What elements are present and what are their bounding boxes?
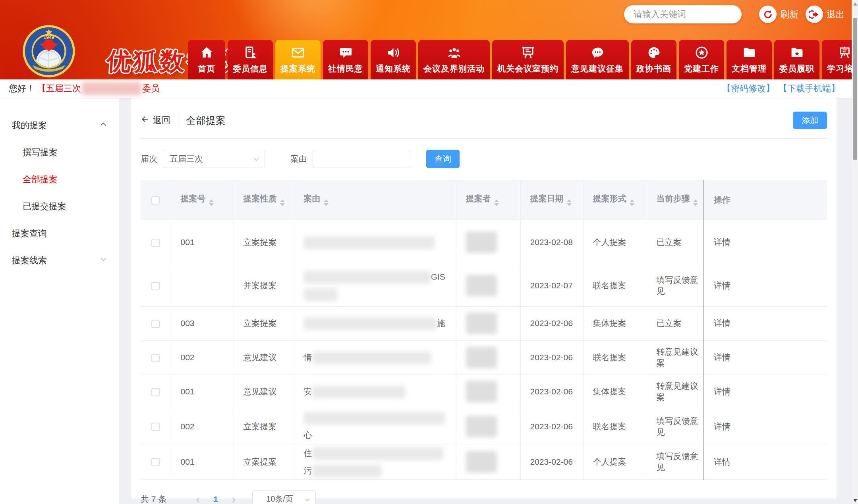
subject-input[interactable]	[313, 150, 410, 168]
nav-item[interactable]: 意见建议征集	[566, 40, 629, 79]
cell-form: 联名提案	[583, 340, 647, 375]
change-password-link[interactable]: 【密码修改】	[722, 83, 775, 95]
table-row: 003 立案提案 施 2023-02-06 集体提案 已立案 详情	[141, 306, 827, 340]
cell-current-step: 已立案	[647, 220, 704, 265]
redacted-subject-text	[304, 236, 435, 249]
detail-link[interactable]: 详情	[714, 422, 730, 431]
detail-link[interactable]: 详情	[714, 238, 730, 247]
nav-item[interactable]: 提案系统	[275, 40, 321, 79]
cell-form: 个人提案	[583, 220, 647, 265]
nav-item[interactable]: 党建工作	[679, 40, 724, 79]
training-icon	[837, 45, 852, 60]
table-row: 002 意见建议 情 2023-02-06 联名提案 转意见建议案 详情	[141, 340, 827, 375]
nav-item[interactable]: 文档管理	[727, 40, 772, 79]
sidebar-item[interactable]: 已提交提案	[0, 193, 119, 220]
page-root: 1949 优狐数智政协 刷新 退出 首页 委员信息 提案系统 社情民意 通知系统	[0, 0, 858, 504]
column-header-subject[interactable]: 案由	[294, 180, 456, 220]
sort-carets-icon[interactable]	[630, 199, 634, 206]
page-scrollbar[interactable]	[852, 0, 858, 504]
sort-carets-icon[interactable]	[494, 199, 499, 206]
nav-label: 会议及界别活动	[423, 63, 485, 74]
table-row: 002 立案提案 心 2023-02-06 联名提案 填写反馈意见 详情	[141, 409, 827, 444]
nav-label: 政协书画	[636, 63, 671, 74]
next-page-button[interactable]: ›	[232, 493, 236, 504]
search-input[interactable]	[634, 9, 748, 19]
emblem-year: 1949	[44, 35, 54, 40]
nav-item[interactable]: 委员履职	[774, 40, 819, 79]
sort-carets-icon[interactable]	[693, 199, 698, 206]
sort-carets-icon[interactable]	[209, 199, 214, 206]
sidebar-item[interactable]: 提案线索	[0, 247, 119, 274]
chevron-up-icon	[99, 120, 107, 131]
nav-label: 首页	[198, 63, 215, 74]
cell-date: 2023-02-06	[520, 340, 583, 375]
row-checkbox[interactable]	[151, 320, 160, 328]
scroll-up-arrow-icon[interactable]	[853, 2, 857, 6]
term-select[interactable]: 五届三次	[163, 150, 265, 168]
detail-link[interactable]: 详情	[714, 281, 730, 290]
sort-carets-icon[interactable]	[280, 199, 285, 206]
column-header-proposer[interactable]: 提案者	[456, 180, 520, 220]
sidebar-item-label: 我的提案	[12, 120, 47, 131]
scrollbar-thumb[interactable]	[853, 18, 857, 160]
row-checkbox[interactable]	[151, 388, 160, 396]
sort-carets-icon[interactable]	[567, 199, 572, 206]
row-checkbox[interactable]	[151, 423, 160, 431]
current-page[interactable]: 1	[213, 494, 218, 504]
cell-proposer	[456, 265, 520, 306]
sort-carets-icon[interactable]	[324, 199, 329, 206]
row-checkbox[interactable]	[151, 239, 160, 247]
term-filter-label: 届次	[141, 153, 157, 164]
nav-item[interactable]: 首页	[188, 40, 225, 79]
sidebar-item[interactable]: 全部提案	[0, 166, 119, 193]
column-header-date[interactable]: 提案日期	[520, 180, 583, 220]
nav-item[interactable]: 通知系统	[371, 40, 416, 79]
cell-subject: GIS	[294, 265, 456, 306]
chevron-down-icon	[253, 155, 260, 165]
detail-link[interactable]: 详情	[714, 387, 730, 396]
nav-item[interactable]: 政协书画	[631, 40, 676, 79]
nav-item[interactable]: 机关会议室预约	[492, 40, 564, 79]
search-button[interactable]: 查询	[426, 150, 460, 168]
row-checkbox[interactable]	[151, 282, 160, 290]
document-icon	[742, 45, 757, 60]
select-all-checkbox[interactable]	[151, 196, 160, 205]
sidebar-item[interactable]: 提案查询	[0, 220, 119, 247]
detail-link[interactable]: 详情	[714, 319, 730, 328]
redacted-subject-text	[312, 465, 382, 477]
refresh-button[interactable]: 刷新	[759, 5, 798, 24]
meeting-activity-icon	[447, 45, 462, 60]
scroll-down-arrow-icon[interactable]	[853, 499, 857, 502]
cell-current-step: 填写反馈意见	[647, 444, 704, 479]
detail-link[interactable]: 详情	[714, 457, 730, 466]
row-checkbox[interactable]	[151, 458, 160, 466]
nav-item[interactable]: 委员信息	[228, 40, 273, 79]
term-suffix: 委员	[142, 83, 160, 95]
member-duty-icon	[790, 45, 804, 60]
column-header-nature[interactable]: 提案性质	[234, 180, 294, 220]
proposal-table: 提案号提案性质案由提案者提案日期提案形式当前步骤操作 001 立案提案 2023…	[141, 180, 827, 480]
back-button[interactable]: 返回	[141, 114, 170, 126]
redacted-proposer	[466, 275, 497, 296]
prev-page-button[interactable]: ‹	[196, 493, 200, 504]
main-content: 返回 全部提案 添加 届次 五届三次 案由 查询	[119, 98, 858, 504]
page-size-select[interactable]: 10条/页	[252, 490, 316, 504]
column-header-form[interactable]: 提案形式	[583, 180, 647, 220]
member-info-icon	[243, 45, 258, 60]
nav-item[interactable]: 会议及界别活动	[418, 40, 490, 79]
pagination: 共 7 条 ‹ 1 › 10条/页	[141, 490, 827, 504]
download-app-link[interactable]: 【下载手机端】	[779, 83, 840, 95]
sidebar-item[interactable]: 我的提案	[0, 112, 119, 139]
cell-form: 联名提案	[583, 265, 647, 306]
nav-item[interactable]: 社情民意	[323, 40, 368, 79]
sidebar-item[interactable]: 撰写提案	[0, 139, 119, 166]
column-header-no[interactable]: 提案号	[171, 180, 234, 220]
add-button[interactable]: 添加	[793, 112, 827, 129]
column-header-step[interactable]: 当前步骤	[647, 180, 704, 220]
logout-button[interactable]: 退出	[806, 5, 845, 24]
row-checkbox[interactable]	[151, 354, 160, 362]
nav-label: 委员信息	[233, 63, 268, 74]
cell-proposal-no	[171, 265, 234, 306]
detail-link[interactable]: 详情	[714, 353, 730, 362]
back-arrow-icon	[141, 115, 149, 126]
